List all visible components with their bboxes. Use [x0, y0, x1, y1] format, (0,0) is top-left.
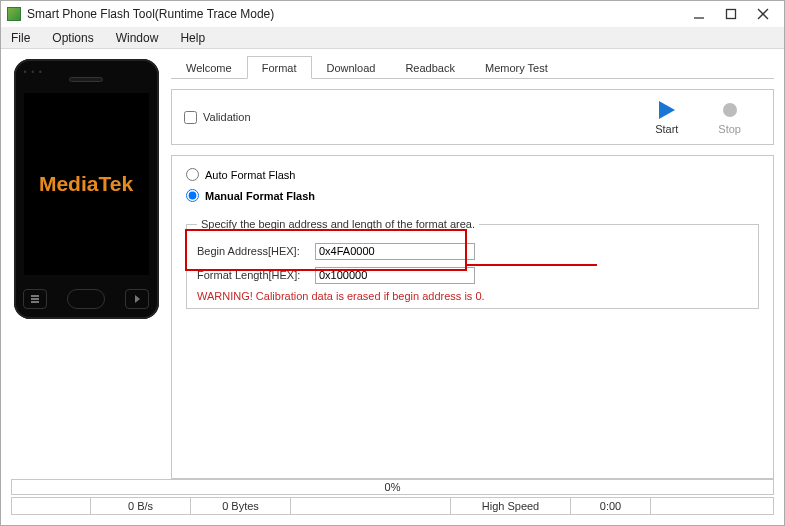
menu-file[interactable]: File — [7, 29, 34, 47]
action-buttons: Start Stop — [655, 99, 761, 135]
tab-format[interactable]: Format — [247, 56, 312, 79]
begin-address-row: Begin Address[HEX]: — [197, 240, 748, 262]
menu-help[interactable]: Help — [176, 29, 209, 47]
stop-icon — [723, 103, 737, 117]
main-area: • • • MediaTek Welcome Format Download R… — [1, 49, 784, 479]
validation-checkbox[interactable] — [184, 111, 197, 124]
phone-mockup: • • • MediaTek — [14, 59, 159, 319]
format-params: Specify the begin address and length of … — [186, 218, 759, 309]
status-spacer-left — [11, 497, 91, 515]
radio-auto-label: Auto Format Flash — [205, 169, 295, 181]
format-content: Auto Format Flash Manual Format Flash Sp… — [171, 155, 774, 479]
app-icon — [7, 7, 21, 21]
action-box: Validation Start Stop — [171, 89, 774, 145]
menu-window[interactable]: Window — [112, 29, 163, 47]
phone-speaker — [69, 77, 103, 82]
status-time: 0:00 — [571, 497, 651, 515]
status-spacer-mid — [291, 497, 451, 515]
tab-download[interactable]: Download — [312, 56, 391, 79]
play-icon — [659, 101, 675, 119]
status-rate: 0 B/s — [91, 497, 191, 515]
minimize-button[interactable] — [692, 7, 706, 21]
stop-label: Stop — [718, 123, 741, 135]
tab-memory-test[interactable]: Memory Test — [470, 56, 563, 79]
radio-manual-format[interactable]: Manual Format Flash — [186, 189, 759, 202]
radio-manual-input[interactable] — [186, 189, 199, 202]
progress-percent: 0% — [12, 480, 773, 494]
tab-strip: Welcome Format Download Readback Memory … — [171, 55, 774, 79]
format-length-input[interactable] — [315, 267, 475, 284]
window-controls — [692, 7, 778, 21]
start-label: Start — [655, 123, 678, 135]
svg-rect-1 — [727, 10, 736, 19]
stop-button[interactable]: Stop — [718, 99, 741, 135]
status-cells: 0 B/s 0 Bytes High Speed 0:00 — [11, 497, 774, 515]
phone-dots: • • • — [24, 67, 43, 77]
format-mode-radios: Auto Format Flash Manual Format Flash — [186, 168, 759, 202]
begin-address-input[interactable] — [315, 243, 475, 260]
phone-home-icon — [67, 289, 105, 309]
begin-address-label: Begin Address[HEX]: — [197, 245, 315, 257]
params-legend: Specify the begin address and length of … — [197, 218, 479, 230]
left-panel: • • • MediaTek — [1, 49, 171, 479]
start-button[interactable]: Start — [655, 99, 678, 135]
menu-options[interactable]: Options — [48, 29, 97, 47]
phone-back-icon — [125, 289, 149, 309]
maximize-button[interactable] — [724, 7, 738, 21]
status-spacer-right — [651, 497, 774, 515]
tab-readback[interactable]: Readback — [390, 56, 470, 79]
phone-nav — [14, 289, 159, 309]
right-panel: Welcome Format Download Readback Memory … — [171, 49, 784, 479]
tab-welcome[interactable]: Welcome — [171, 56, 247, 79]
radio-auto-input[interactable] — [186, 168, 199, 181]
phone-menu-icon — [23, 289, 47, 309]
progress-bar: 0% — [11, 479, 774, 495]
phone-screen: MediaTek — [24, 93, 149, 275]
status-bar: 0% 0 B/s 0 Bytes High Speed 0:00 — [1, 479, 784, 517]
close-button[interactable] — [756, 7, 770, 21]
window-title: Smart Phone Flash Tool(Runtime Trace Mod… — [27, 7, 692, 21]
format-length-label: Format Length[HEX]: — [197, 269, 315, 281]
validation-check[interactable]: Validation — [184, 111, 251, 124]
menubar: File Options Window Help — [1, 27, 784, 49]
validation-label: Validation — [203, 111, 251, 123]
titlebar: Smart Phone Flash Tool(Runtime Trace Mod… — [1, 1, 784, 27]
status-mode: High Speed — [451, 497, 571, 515]
format-length-row: Format Length[HEX]: — [197, 264, 748, 286]
radio-manual-label: Manual Format Flash — [205, 190, 315, 202]
status-bytes: 0 Bytes — [191, 497, 291, 515]
radio-auto-format[interactable]: Auto Format Flash — [186, 168, 759, 181]
warning-text: WARNING! Calibration data is erased if b… — [197, 290, 748, 302]
phone-brand: MediaTek — [39, 172, 133, 196]
